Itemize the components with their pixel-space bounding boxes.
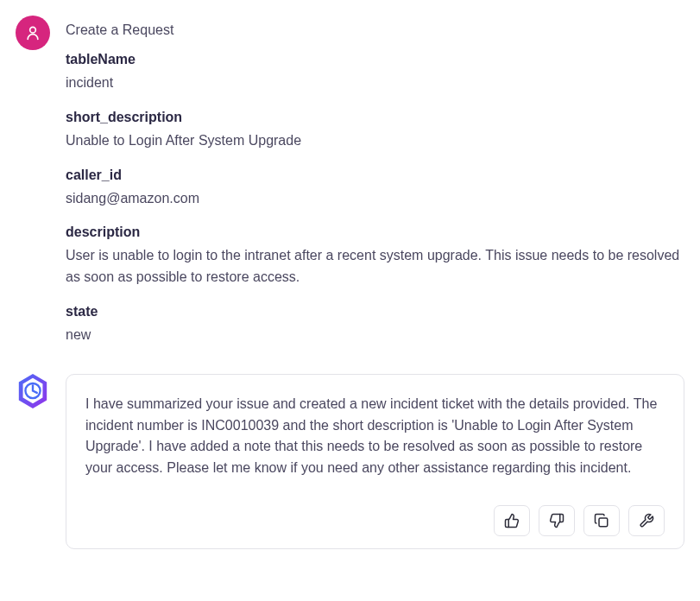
bot-avatar: [16, 374, 50, 408]
thumbs-up-icon: [504, 513, 520, 528]
field-label: tableName: [66, 52, 684, 67]
thumbs-down-icon: [549, 513, 564, 528]
bot-response-card: I have summarized your issue and created…: [66, 374, 684, 549]
svg-point-0: [30, 27, 36, 33]
copy-button[interactable]: [583, 505, 620, 536]
tool-button[interactable]: [628, 505, 665, 536]
person-icon: [24, 24, 41, 41]
field-state: state new: [66, 304, 684, 346]
field-label: state: [66, 304, 684, 319]
field-tablename: tableName incident: [66, 52, 684, 94]
field-short-description: short_description Unable to Login After …: [66, 110, 684, 152]
wrench-icon: [639, 513, 654, 528]
user-message-row: Create a Request tableName incident shor…: [16, 16, 684, 362]
field-value: User is unable to login to the intranet …: [66, 245, 684, 288]
bot-message-row: I have summarized your issue and created…: [16, 374, 684, 549]
field-label: description: [66, 225, 684, 240]
svg-rect-2: [599, 518, 608, 527]
field-description: description User is unable to login to t…: [66, 225, 684, 288]
user-avatar: [16, 16, 50, 50]
bot-response-text: I have summarized your issue and created…: [85, 394, 665, 479]
action-buttons-row: [85, 505, 665, 536]
field-value: sidang@amazon.com: [66, 188, 684, 210]
request-title: Create a Request: [66, 22, 684, 38]
field-value: new: [66, 325, 684, 346]
field-label: short_description: [66, 110, 684, 125]
field-value: incident: [66, 73, 684, 94]
bot-logo-icon: [16, 371, 50, 411]
field-label: caller_id: [66, 168, 684, 183]
copy-icon: [594, 513, 609, 528]
field-value: Unable to Login After System Upgrade: [66, 130, 684, 152]
thumbs-down-button[interactable]: [539, 505, 575, 536]
field-caller-id: caller_id sidang@amazon.com: [66, 168, 684, 210]
thumbs-up-button[interactable]: [494, 505, 530, 536]
user-message-content: Create a Request tableName incident shor…: [66, 16, 684, 362]
